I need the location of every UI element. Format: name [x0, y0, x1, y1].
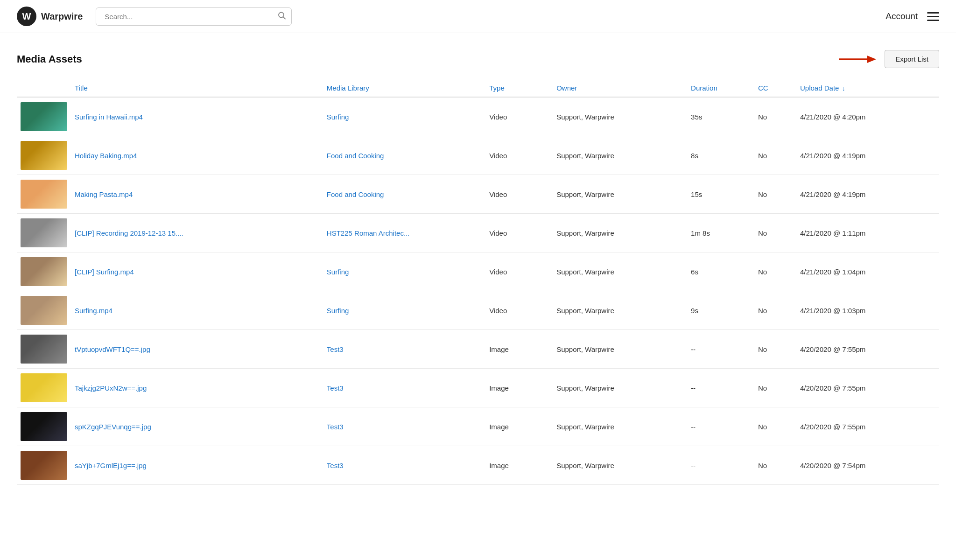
upload-date-cell: 4/21/2020 @ 4:19pm [796, 175, 939, 214]
title-cell: [CLIP] Recording 2019-12-13 15.... [71, 214, 323, 252]
svg-marker-3 [867, 56, 877, 63]
table-row: spKZgqPJEVunqg==.jpg Test3 Image Support… [17, 407, 939, 446]
upload-date-cell: 4/21/2020 @ 4:19pm [796, 136, 939, 175]
col-header-title-link[interactable]: Title [75, 84, 88, 92]
col-header-type-link[interactable]: Type [489, 84, 505, 92]
media-library-link[interactable]: Surfing [327, 307, 349, 315]
media-library-link[interactable]: Test3 [327, 462, 344, 469]
owner-cell: Support, Warpwire [553, 136, 687, 175]
media-library-link[interactable]: HST225 Roman Architec... [327, 229, 410, 237]
table-row: Making Pasta.mp4 Food and Cooking Video … [17, 175, 939, 214]
search-input[interactable] [96, 7, 292, 26]
col-header-duration-link[interactable]: Duration [691, 84, 717, 92]
owner-cell: Support, Warpwire [553, 446, 687, 485]
cc-cell: No [754, 136, 796, 175]
thumbnail [21, 296, 67, 325]
upload-date-cell: 4/20/2020 @ 7:55pm [796, 369, 939, 407]
type-cell: Video [485, 291, 553, 330]
thumbnail-cell [17, 446, 71, 485]
media-library-cell: Surfing [323, 252, 485, 291]
table-body: Surfing in Hawaii.mp4 Surfing Video Supp… [17, 97, 939, 485]
upload-date-cell: 4/20/2020 @ 7:54pm [796, 446, 939, 485]
type-cell: Video [485, 252, 553, 291]
title-link[interactable]: Surfing in Hawaii.mp4 [75, 113, 143, 121]
title-link[interactable]: Holiday Baking.mp4 [75, 152, 137, 160]
sort-icon: ↓ [840, 85, 845, 92]
title-link[interactable]: Making Pasta.mp4 [75, 190, 133, 198]
media-library-link[interactable]: Food and Cooking [327, 190, 384, 198]
cc-cell: No [754, 214, 796, 252]
upload-date-cell: 4/21/2020 @ 1:04pm [796, 252, 939, 291]
media-library-link[interactable]: Test3 [327, 384, 344, 392]
type-cell: Image [485, 446, 553, 485]
duration-cell: 8s [687, 136, 754, 175]
owner-cell: Support, Warpwire [553, 252, 687, 291]
media-library-link[interactable]: Food and Cooking [327, 152, 384, 160]
table-row: tVptuopvdWFT1Q==.jpg Test3 Image Support… [17, 330, 939, 369]
logo-link[interactable]: W Warpwire [17, 7, 83, 26]
title-link[interactable]: spKZgqPJEVunqg==.jpg [75, 423, 151, 431]
owner-cell: Support, Warpwire [553, 175, 687, 214]
page-title: Media Assets [17, 53, 82, 65]
thumbnail-cell [17, 136, 71, 175]
table-row: Surfing in Hawaii.mp4 Surfing Video Supp… [17, 97, 939, 136]
page-title-row: Media Assets Export List [17, 50, 939, 68]
type-cell: Image [485, 369, 553, 407]
media-library-link[interactable]: Surfing [327, 268, 349, 276]
type-cell: Video [485, 214, 553, 252]
title-link[interactable]: tVptuopvdWFT1Q==.jpg [75, 345, 150, 353]
media-library-link[interactable]: Surfing [327, 113, 349, 121]
media-library-link[interactable]: Test3 [327, 423, 344, 431]
title-cell: Tajkzjg2PUxN2w==.jpg [71, 369, 323, 407]
owner-cell: Support, Warpwire [553, 330, 687, 369]
col-header-upload-date: Upload Date ↓ [796, 79, 939, 97]
title-cell: [CLIP] Surfing.mp4 [71, 252, 323, 291]
thumbnail-cell [17, 291, 71, 330]
cc-cell: No [754, 97, 796, 136]
col-header-owner-link[interactable]: Owner [556, 84, 577, 92]
cc-cell: No [754, 291, 796, 330]
account-link[interactable]: Account [886, 11, 918, 21]
thumbnail [21, 373, 67, 402]
thumbnail-cell [17, 97, 71, 136]
thumbnail [21, 218, 67, 247]
export-arrow-indicator [839, 53, 876, 66]
hamburger-menu[interactable] [927, 12, 939, 21]
title-link[interactable]: [CLIP] Surfing.mp4 [75, 268, 134, 276]
search-bar [96, 7, 292, 26]
owner-cell: Support, Warpwire [553, 291, 687, 330]
duration-cell: 9s [687, 291, 754, 330]
header-right: Account [886, 11, 939, 21]
thumbnail-cell [17, 330, 71, 369]
cc-cell: No [754, 175, 796, 214]
col-header-upload-date-link[interactable]: Upload Date ↓ [800, 84, 845, 92]
thumbnail [21, 257, 67, 286]
media-library-link[interactable]: Test3 [327, 345, 344, 353]
type-cell: Video [485, 97, 553, 136]
asset-table: Title Media Library Type Owner Duration … [17, 79, 939, 485]
media-library-cell: Food and Cooking [323, 136, 485, 175]
col-header-media-library-link[interactable]: Media Library [327, 84, 369, 92]
upload-date-cell: 4/21/2020 @ 1:11pm [796, 214, 939, 252]
media-library-cell: Surfing [323, 97, 485, 136]
export-list-button[interactable]: Export List [885, 50, 939, 68]
title-link[interactable]: Tajkzjg2PUxN2w==.jpg [75, 384, 147, 392]
header: W Warpwire Account [0, 0, 956, 33]
title-cell: Making Pasta.mp4 [71, 175, 323, 214]
cc-cell: No [754, 369, 796, 407]
col-header-cc-link[interactable]: CC [758, 84, 768, 92]
cc-cell: No [754, 252, 796, 291]
table-row: [CLIP] Surfing.mp4 Surfing Video Support… [17, 252, 939, 291]
media-library-cell: Test3 [323, 446, 485, 485]
thumbnail-cell [17, 407, 71, 446]
cc-cell: No [754, 446, 796, 485]
title-link[interactable]: Surfing.mp4 [75, 307, 112, 315]
title-link[interactable]: [CLIP] Recording 2019-12-13 15.... [75, 229, 183, 237]
logo-icon: W [17, 7, 36, 26]
type-cell: Image [485, 330, 553, 369]
title-link[interactable]: saYjb+7GmlEj1g==.jpg [75, 462, 147, 469]
type-cell: Video [485, 136, 553, 175]
thumbnail [21, 451, 67, 480]
col-header-thumb [17, 79, 71, 97]
col-header-duration: Duration [687, 79, 754, 97]
